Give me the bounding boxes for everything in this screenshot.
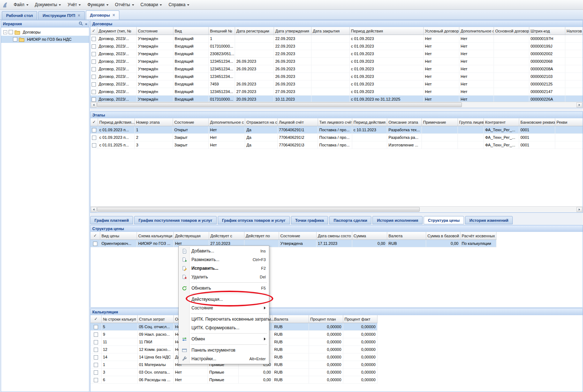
select-all-header[interactable]: ✓ (90, 315, 101, 323)
column-header[interactable]: № строки калькул (101, 315, 137, 323)
subtab[interactable]: История изменений (465, 216, 513, 224)
table-row[interactable]: Договор, 2023/...УтверждёнВходящий123451… (90, 58, 583, 65)
scroll-left-button[interactable] (91, 102, 97, 107)
row-select-cell[interactable] (90, 376, 101, 384)
column-header[interactable]: Номер этапа (134, 118, 173, 126)
scroll-right-button[interactable] (577, 102, 582, 107)
row-select-cell[interactable] (90, 361, 101, 369)
row-select-cell[interactable] (90, 134, 98, 141)
table-row[interactable]: с 01.01.2025 п...3ЗакрытНетДа7706406291\… (90, 141, 583, 149)
row-checkbox[interactable] (94, 348, 98, 352)
row-checkbox[interactable] (94, 363, 98, 367)
table-row[interactable]: Договор, 2023/...УтверждёнВходящий122.09… (90, 35, 583, 43)
table-row[interactable]: Договор, 2023/...УтверждёнВходящий123451… (90, 65, 583, 73)
scrollbar-thumb[interactable] (97, 102, 462, 107)
row-select-cell[interactable] (90, 369, 101, 376)
menu-item-settings[interactable]: Настройки...Alt+Enter (180, 354, 268, 363)
table-row[interactable]: Договор, 2023/...УтверждёнВходящий745926… (90, 80, 583, 88)
column-header[interactable]: Основной договор (494, 27, 529, 35)
menu-item-citk-recalc[interactable]: ЦИТК. Пересчитать косвенные затраты... (180, 315, 268, 323)
tab-active[interactable]: Договоры× (86, 10, 119, 19)
tab-close-icon[interactable]: × (78, 14, 80, 17)
row-checkbox[interactable] (92, 67, 96, 71)
select-all-header[interactable]: ✓ (90, 232, 100, 240)
column-header[interactable]: Период действия (349, 27, 423, 35)
column-header[interactable]: Дата регистрации (235, 27, 274, 35)
column-header[interactable]: Лицевой счёт (277, 118, 318, 126)
menu-item-refresh[interactable]: ОбновитьF5 (180, 284, 268, 292)
row-select-cell[interactable] (90, 346, 101, 353)
menubar-item[interactable]: Функции (84, 0, 111, 9)
column-header[interactable]: Период действия... (98, 118, 134, 126)
column-header[interactable]: Рекви (555, 118, 583, 126)
collapse-panel-icon[interactable]: « (85, 22, 87, 26)
column-header[interactable]: Документ (тип, № (97, 27, 136, 35)
column-header[interactable]: Отражается на су (245, 118, 277, 126)
subtab[interactable]: График поступления товаров и услуг (134, 216, 216, 224)
tree-checkbox[interactable] (13, 37, 17, 41)
row-checkbox[interactable] (94, 332, 98, 337)
row-select-cell[interactable] (90, 353, 101, 361)
row-select-cell[interactable] (90, 73, 97, 80)
column-header[interactable]: Банковские реквиз (519, 118, 555, 126)
row-checkbox[interactable] (93, 242, 97, 246)
table-row[interactable]: с 01.09.2023 п...2ЗакрытНетДа7706406291\… (90, 134, 583, 141)
column-header[interactable]: Внешний № (208, 27, 235, 35)
column-header[interactable]: Процент план (309, 315, 343, 323)
column-header[interactable]: Сумма в базовой в (426, 232, 460, 240)
row-select-cell[interactable] (90, 240, 100, 247)
row-select-cell[interactable] (90, 35, 97, 43)
table-row[interactable]: Договор, 2023/...УтверждёнВходящий123451… (90, 73, 583, 80)
menu-item-toolbar[interactable]: Панель инструментов (180, 346, 268, 354)
column-header[interactable]: Расчёт косвенных (460, 232, 496, 240)
table-row[interactable]: с 01.09.2023 п...1ОткрытНетДа7706406291\… (90, 126, 583, 134)
menu-item-edit[interactable]: Исправить...F2 (180, 264, 268, 273)
column-header[interactable]: Примечание (421, 118, 458, 126)
subtab[interactable]: Точки графика (291, 216, 328, 224)
tree-node-label[interactable]: Договоры (22, 30, 41, 35)
column-header[interactable]: Тип лицевого счёт (318, 118, 352, 126)
row-checkbox[interactable] (92, 37, 96, 41)
row-checkbox[interactable] (94, 378, 98, 382)
table-row[interactable]: 303 Осн. оплата...НетПрямые0,00RUB0,0000… (90, 369, 377, 376)
row-checkbox[interactable] (92, 44, 96, 49)
column-header[interactable]: Действует с (209, 232, 244, 240)
row-checkbox[interactable] (92, 52, 96, 56)
column-header[interactable]: Дата закрытия (311, 27, 349, 35)
column-header[interactable]: Период действия л (352, 118, 387, 126)
row-select-cell[interactable] (90, 323, 101, 331)
row-checkbox[interactable] (92, 82, 96, 87)
column-header[interactable]: Состояние (173, 118, 208, 126)
stages-hscrollbar[interactable] (90, 206, 583, 212)
column-header[interactable]: Сумма (352, 232, 387, 240)
row-checkbox[interactable] (92, 97, 96, 102)
select-all-header[interactable]: ✓ (90, 27, 97, 35)
tree-node-label[interactable]: НИОКР по ГОЗ без НДС (26, 37, 72, 42)
subtab[interactable]: График платежей (90, 216, 133, 224)
menu-item-add[interactable]: Добавить...Ins (180, 247, 268, 255)
row-checkbox[interactable] (92, 90, 96, 94)
menubar-item[interactable]: Документы (32, 0, 65, 9)
row-checkbox[interactable] (92, 143, 96, 147)
row-select-cell[interactable] (90, 338, 101, 346)
expand-toggle-icon[interactable]: - (3, 30, 7, 34)
column-header[interactable]: Дополнительное с (208, 118, 245, 126)
search-icon[interactable] (79, 21, 83, 26)
column-header[interactable]: Действует по (244, 232, 279, 240)
menu-item-exchange[interactable]: Обмен (180, 335, 268, 343)
menubar-item[interactable]: Отчёты (112, 0, 137, 9)
table-row[interactable]: Договор, 2023/...УтверждёнВходящий017310… (90, 96, 583, 102)
tree-node[interactable]: НИОКР по ГОЗ без НДС (1, 36, 89, 43)
column-header[interactable]: Вид цены (100, 232, 137, 240)
scroll-left-button[interactable] (91, 207, 97, 212)
subtab[interactable]: Паспорта сделки (329, 216, 371, 224)
row-checkbox[interactable] (94, 370, 98, 375)
row-checkbox[interactable] (92, 60, 96, 64)
scrollbar-thumb[interactable] (97, 207, 420, 212)
row-checkbox[interactable] (92, 128, 96, 132)
menu-item-state[interactable]: Состояние (180, 304, 268, 312)
row-select-cell[interactable] (90, 50, 97, 58)
row-select-cell[interactable] (90, 43, 97, 50)
tree-checkbox[interactable] (9, 30, 13, 34)
menubar-item[interactable]: Файл (10, 0, 32, 9)
